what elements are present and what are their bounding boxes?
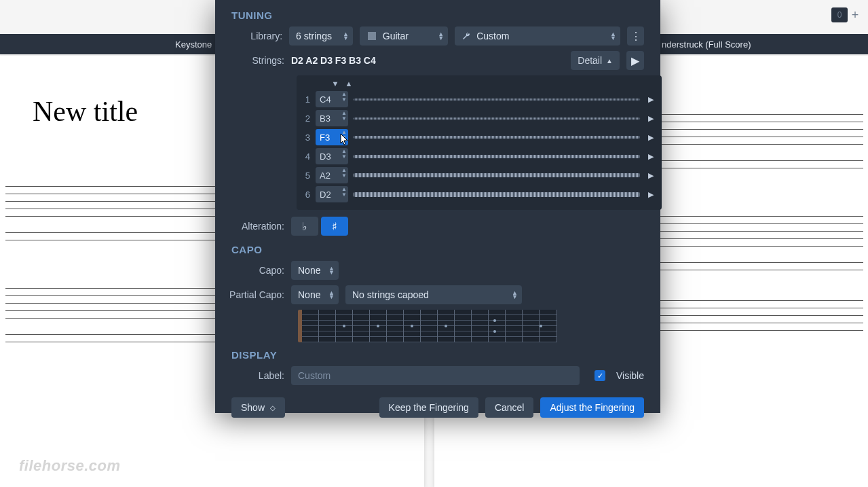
keep-fingering-button[interactable]: Keep the Fingering [379, 397, 478, 418]
play-all-button[interactable]: ▶ [626, 51, 644, 70]
tab-right[interactable]: nderstruck (Full Score) [662, 39, 751, 50]
partial-capo-label: Partial Capo: [225, 289, 284, 300]
string-row: 3 F3▲▼ ▶ [302, 128, 656, 146]
shift-up-button[interactable]: ▲ [343, 79, 355, 88]
kebab-icon: ⋮ [630, 30, 641, 43]
top-toolbar-fragment: 0 + [831, 7, 868, 23]
chevron-updown-icon: ▲▼ [610, 32, 616, 40]
library-label: Library: [231, 31, 282, 41]
plus-icon[interactable]: + [849, 8, 861, 22]
counter-value: 0 [831, 7, 848, 22]
label-label: Label: [231, 370, 284, 381]
string-note-input[interactable]: C4▲▼ [316, 91, 348, 107]
string-number: 6 [302, 190, 310, 200]
partial-capo-select[interactable]: None ▲▼ [291, 285, 339, 304]
play-string-button[interactable]: ▶ [645, 152, 656, 161]
string-note-input[interactable]: F3▲▼ [316, 129, 348, 145]
string-number: 1 [302, 94, 310, 105]
string-wire [354, 173, 640, 177]
string-note-input[interactable]: D3▲▼ [316, 148, 348, 164]
flat-button[interactable]: ♭ [291, 217, 318, 236]
string-row: 2 B3▲▼ ▶ [302, 109, 656, 127]
chevron-updown-icon: ▲▼ [328, 266, 335, 274]
string-number: 5 [302, 170, 310, 181]
stepper-icon[interactable]: ▲▼ [341, 168, 347, 179]
string-wire [354, 118, 640, 120]
play-string-button[interactable]: ▶ [645, 171, 656, 180]
tuning-section-title: TUNING [231, 10, 644, 21]
sharp-button[interactable]: ♯ [321, 217, 348, 236]
strings-label: Strings: [231, 55, 284, 66]
stepper-icon[interactable]: ▲▼ [341, 130, 347, 141]
alteration-label: Alteration: [231, 221, 284, 232]
chevron-updown-icon: ▲▼ [512, 291, 518, 299]
play-icon: ▶ [631, 54, 639, 67]
tab-left[interactable]: Keystone [0, 39, 212, 50]
string-row: 1 C4▲▼ ▶ [302, 90, 656, 108]
capo-select[interactable]: None ▲▼ [291, 261, 339, 280]
instrument-select[interactable]: Guitar ▲▼ [360, 26, 448, 46]
alteration-toggle: ♭ ♯ [291, 217, 348, 236]
string-wire [354, 155, 640, 158]
string-note-input[interactable]: B3▲▼ [316, 110, 348, 126]
cancel-button[interactable]: Cancel [485, 397, 534, 418]
play-string-button[interactable]: ▶ [645, 190, 656, 199]
string-note-input[interactable]: A2▲▼ [316, 167, 348, 183]
string-row: 4 D3▲▼ ▶ [302, 147, 656, 165]
string-editor: ▼ ▲ 1 C4▲▼ ▶ 2 B3▲▼ ▶ 3 F3▲▼ ▶ 4 D3▲▼ ▶ [297, 75, 662, 210]
capo-label: Capo: [231, 265, 284, 276]
tuning-preset-select[interactable]: Custom ▲▼ [455, 26, 620, 46]
play-string-button[interactable]: ▶ [645, 133, 656, 142]
string-wire [354, 136, 640, 139]
wrench-icon [461, 31, 471, 41]
show-button[interactable]: Show ◇ [231, 397, 285, 418]
chevron-updown-icon: ◇ [270, 404, 276, 412]
chevron-updown-icon: ▲▼ [438, 32, 444, 40]
tuning-modal: TUNING Library: 6 strings ▲▼ Guitar ▲▼ C… [215, 0, 660, 413]
more-menu-button[interactable]: ⋮ [627, 26, 644, 46]
visible-checkbox[interactable]: ✓ [595, 370, 605, 381]
capo-section-title: CAPO [231, 244, 644, 255]
string-note-input[interactable]: D2▲▼ [316, 186, 348, 202]
partial-capo-strings-select[interactable]: No strings capoed ▲▼ [345, 285, 522, 304]
chevron-updown-icon: ▲▼ [328, 291, 335, 299]
shift-down-button[interactable]: ▼ [329, 79, 341, 88]
adjust-fingering-button[interactable]: Adjust the Fingering [540, 397, 644, 418]
fretboard-diagram [298, 310, 557, 342]
string-count-select[interactable]: 6 strings ▲▼ [289, 26, 353, 46]
chevron-up-icon: ▲ [606, 57, 613, 65]
stepper-icon[interactable]: ▲▼ [341, 92, 347, 103]
stepper-icon[interactable]: ▲▼ [341, 111, 347, 122]
stepper-icon[interactable]: ▲▼ [341, 149, 347, 160]
play-string-button[interactable]: ▶ [645, 95, 656, 104]
chevron-updown-icon: ▲▼ [343, 32, 349, 40]
string-number: 4 [302, 151, 310, 162]
label-input[interactable]: Custom [291, 366, 580, 385]
string-row: 5 A2▲▼ ▶ [302, 166, 656, 184]
string-number: 2 [302, 113, 310, 124]
stepper-icon[interactable]: ▲▼ [341, 187, 347, 198]
string-wire [354, 98, 640, 101]
guitar-icon [366, 31, 377, 41]
display-section-title: DISPLAY [231, 349, 644, 361]
strings-value: D2 A2 D3 F3 B3 C4 [291, 55, 376, 66]
string-wire [354, 192, 640, 197]
string-row: 6 D2▲▼ ▶ [302, 185, 656, 203]
string-number: 3 [302, 132, 310, 143]
watermark: filehorse.com [19, 457, 121, 475]
visible-label: Visible [616, 370, 644, 381]
play-string-button[interactable]: ▶ [645, 114, 656, 123]
detail-toggle[interactable]: Detail ▲ [571, 51, 620, 70]
